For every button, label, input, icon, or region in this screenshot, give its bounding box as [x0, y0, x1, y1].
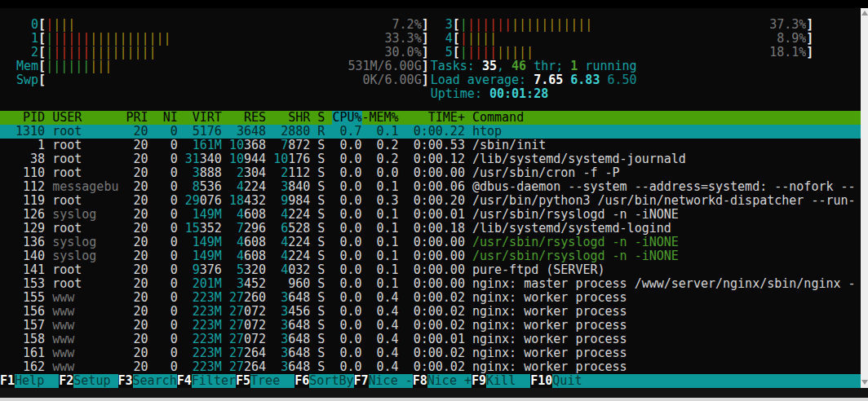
meter-0: 0[||||7.2%] [16, 18, 429, 32]
meter-5: 5[||||||||||18.1%] [431, 46, 814, 59]
fkey-f1-help[interactable]: F1Help [0, 374, 59, 388]
process-row-162[interactable]: 162 www 20 0 223M 27264 3648 S 0.0 0.4 0… [0, 360, 861, 374]
window-bottom-strip [0, 388, 868, 398]
meter-swp: Swp[0K/6.00G] [16, 73, 429, 87]
process-table-header[interactable]: PID USER PRI NI VIRT RES SHR S CPU%-MEM%… [0, 111, 861, 125]
process-row-155[interactable]: 155 www 20 0 223M 27260 3648 S 0.0 0.4 0… [0, 291, 861, 305]
htop-terminal-window: 0[||||7.2%] 1[|||||||||||||||||33.3%] 2[… [0, 0, 868, 401]
process-row-38[interactable]: 38 root 20 0 31340 10944 10176 S 0.0 0.2… [0, 152, 861, 166]
column-header-mem[interactable]: MEM% [370, 111, 399, 125]
column-header-res[interactable]: RES [229, 111, 266, 125]
process-row-129[interactable]: 129 root 20 0 15352 7296 6528 S 0.0 0.1 … [0, 222, 861, 236]
column-header-cpu[interactable]: CPU% [332, 111, 361, 125]
column-header-time[interactable]: TIME+ [406, 111, 465, 125]
process-row-126[interactable]: 126 syslog 20 0 149M 4608 4224 S 0.0 0.1… [0, 208, 861, 222]
column-header-virt[interactable]: VIRT [185, 111, 222, 125]
tasks-line: Tasks: 35, 46 thr; 1 running [431, 59, 814, 73]
terminal-content: 0[||||7.2%] 1[|||||||||||||||||33.3%] 2[… [0, 8, 861, 388]
fkey-f4-filter[interactable]: F4Filter [177, 374, 236, 388]
window-top-strip [0, 0, 868, 8]
process-row-153[interactable]: 153 root 20 0 201M 3452 960 S 0.0 0.1 0:… [0, 277, 861, 291]
process-row-161[interactable]: 161 www 20 0 223M 27264 3648 S 0.0 0.4 0… [0, 346, 861, 360]
column-header-pri[interactable]: PRI [126, 111, 148, 125]
fkey-f6-sortby[interactable]: F6SortBy [294, 374, 353, 388]
process-row-158[interactable]: 158 www 20 0 223M 27072 3648 S 0.0 0.4 0… [0, 333, 861, 346]
meter-bar: ||||||||||18.1% [460, 46, 806, 59]
column-header-command[interactable]: Command [472, 111, 524, 125]
process-row-1[interactable]: 1 root 20 0 161M 10368 7872 S 0.0 0.2 0:… [0, 139, 861, 152]
column-header-ni[interactable]: NI [156, 111, 178, 125]
meter-bar: |||||||||531M/6.00G [46, 59, 422, 73]
function-key-bar: F1Help F2Setup F3SearchF4FilterF5Tree F6… [0, 374, 861, 388]
column-header-s[interactable]: S [317, 111, 325, 125]
meter-3: 3[||||||||||||||||||37.3%] [431, 18, 814, 32]
process-row-110[interactable]: 110 root 20 0 3888 2304 2112 S 0.0 0.0 0… [0, 166, 861, 180]
process-row-157[interactable]: 157 www 20 0 223M 27072 3648 S 0.0 0.4 0… [0, 319, 861, 333]
process-table-body: 1310 root 20 0 5176 3648 2880 R 0.7 0.1 … [0, 125, 861, 374]
meters-right-column: 3[||||||||||||||||||37.3%] 4[|||||8.9%] … [431, 18, 814, 101]
fkey-f9-kill[interactable]: F9Kill [472, 374, 530, 388]
meter-bar: |||||8.9% [460, 32, 806, 46]
column-header-pid[interactable]: PID [8, 111, 45, 125]
column-header-shr[interactable]: SHR [273, 111, 310, 125]
column-header-user[interactable]: USER [52, 111, 118, 125]
meter-4: 4[|||||8.9%] [431, 32, 814, 46]
meter-bar: ||||||||||||||||||37.3% [460, 18, 806, 32]
load-average-line: Load average: 7.65 6.83 6.50 [431, 73, 814, 87]
process-row-112[interactable]: 112 messagebu 20 0 8536 4224 3840 S 0.0 … [0, 180, 861, 194]
meters-area: 0[||||7.2%] 1[|||||||||||||||||33.3%] 2[… [0, 18, 861, 101]
meter-bar: ||||7.2% [46, 18, 422, 32]
process-row-119[interactable]: 119 root 20 0 29076 18432 9984 S 0.0 0.3… [0, 194, 861, 208]
fkey-bar-filler [597, 374, 861, 388]
uptime-line: Uptime: 00:01:28 [431, 87, 814, 101]
scrollbar[interactable] [861, 8, 868, 388]
meter-1: 1[|||||||||||||||||33.3%] [16, 32, 429, 46]
meter-bar: |||||||||||||||30.0% [46, 46, 422, 59]
process-row-1310[interactable]: 1310 root 20 0 5176 3648 2880 R 0.7 0.1 … [0, 125, 861, 139]
meter-mem: Mem[|||||||||531M/6.00G] [16, 59, 429, 73]
fkey-f3-search[interactable]: F3Search [118, 374, 177, 388]
fkey-f10-quit[interactable]: F10Quit [530, 374, 596, 388]
scroll-up-icon[interactable] [861, 11, 868, 15]
meter-bar: |||||||||||||||||33.3% [46, 32, 422, 46]
fkey-f7-nice-[interactable]: F7Nice - [354, 374, 413, 388]
fkey-f5-tree[interactable]: F5Tree [236, 374, 294, 388]
window-bottom-border [0, 398, 868, 401]
process-row-156[interactable]: 156 www 20 0 223M 27072 3456 S 0.0 0.4 0… [0, 305, 861, 319]
scroll-down-icon[interactable] [861, 380, 868, 385]
fkey-f2-setup[interactable]: F2Setup [59, 374, 117, 388]
fkey-f8-nice-[interactable]: F8Nice + [413, 374, 472, 388]
process-row-140[interactable]: 140 syslog 20 0 149M 4608 4224 S 0.0 0.1… [0, 249, 861, 263]
meter-bar: 0K/6.00G [46, 73, 422, 87]
process-row-136[interactable]: 136 syslog 20 0 149M 4608 4224 S 0.0 0.1… [0, 236, 861, 249]
process-row-141[interactable]: 141 root 20 0 9376 5320 4032 S 0.0 0.1 0… [0, 263, 861, 277]
meters-left-column: 0[||||7.2%] 1[|||||||||||||||||33.3%] 2[… [16, 18, 429, 101]
meter-2: 2[|||||||||||||||30.0%] [16, 46, 429, 59]
